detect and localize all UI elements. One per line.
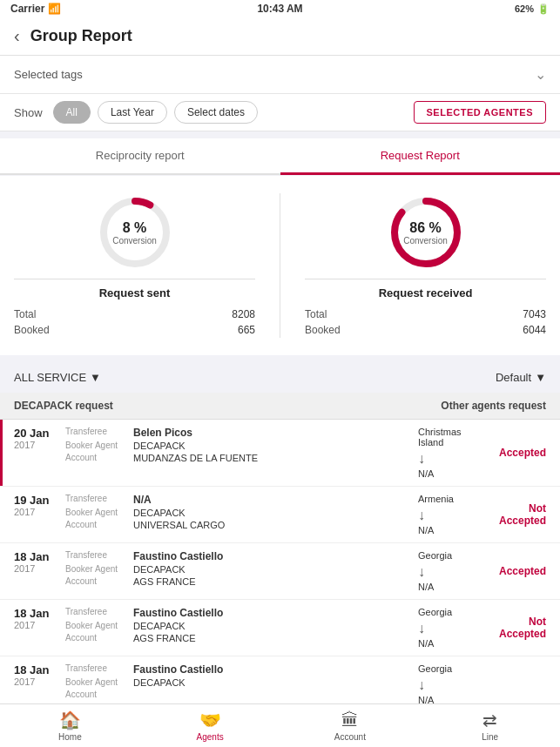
nav-line[interactable]: ⇄ Line: [420, 704, 560, 747]
account-value: AGS FRANCE: [133, 576, 196, 587]
service-chevron-icon: ▼: [90, 371, 101, 384]
page-title: Group Report: [30, 27, 132, 45]
transferee-label: Transferee: [65, 427, 128, 439]
transferee-value: Faustino Castiello: [133, 550, 223, 562]
left-chart-stats: Total 8208 Booked 665: [14, 306, 255, 338]
right-chart-block: 86 % Conversion Request received Total 7…: [305, 193, 546, 338]
default-filter[interactable]: Default ▼: [496, 371, 546, 384]
right-total-label: Total: [305, 308, 327, 320]
destination-name: Georgia: [418, 607, 452, 617]
selected-tags-row[interactable]: Selected tags ⌄: [0, 56, 560, 94]
account-icon: 🏛: [341, 710, 359, 730]
default-chevron-icon: ▼: [535, 371, 546, 384]
left-total-value: 8208: [232, 308, 255, 320]
date-column: 20 Jan 2017: [14, 427, 62, 479]
na-label: N/A: [418, 582, 434, 592]
line-icon: ⇄: [482, 710, 497, 730]
status-badge: NotAccepted: [499, 502, 546, 527]
account-label: Account: [65, 520, 128, 530]
nav-account[interactable]: 🏛 Account: [280, 704, 421, 747]
table-header: DECAPACK request Other agents request: [0, 393, 560, 420]
show-label: Show: [14, 106, 43, 119]
destination-column: Armenia ↓ N/A: [411, 494, 481, 535]
filter-last-year-button[interactable]: Last Year: [98, 101, 167, 124]
status-column: NotAccepted: [481, 494, 546, 535]
back-button[interactable]: ‹: [14, 26, 20, 46]
left-chart-title: Request sent: [14, 279, 255, 299]
bottom-nav: 🏠 Home 🤝 Agents 🏛 Account ⇄ Line: [0, 703, 560, 747]
filter-all-button[interactable]: All: [53, 101, 91, 124]
destination-column: Georgia ↓ N/A: [411, 663, 481, 705]
left-chart-pct: 8 %: [112, 220, 157, 236]
date-day: 19 Jan: [14, 494, 62, 507]
table-row[interactable]: 19 Jan 2017 Transferee N/A Booker Agent …: [0, 487, 560, 543]
right-booked-value: 6044: [523, 324, 546, 336]
table-row[interactable]: 18 Jan 2017 Transferee Faustino Castiell…: [0, 543, 560, 600]
selected-tags-label: Selected tags: [14, 68, 83, 81]
booker-value: DECAPACK: [133, 508, 186, 518]
details-column: Transferee Belen Picos Booker Agent DECA…: [62, 427, 411, 479]
left-donut-chart: 8 % Conversion: [96, 193, 174, 272]
nav-home-label: Home: [58, 732, 82, 742]
table-row[interactable]: 18 Jan 2017 Transferee Faustino Castiell…: [0, 600, 560, 656]
details-column: Transferee Faustino Castiello Booker Age…: [62, 663, 411, 705]
transferee-value: N/A: [133, 494, 152, 506]
carrier-label: Carrier: [10, 3, 44, 15]
battery-label: 62%: [515, 3, 534, 14]
selected-agents-button[interactable]: SELECTED AGENTES: [414, 101, 547, 124]
right-chart-label: Conversion: [403, 236, 448, 246]
booker-value: DECAPACK: [133, 441, 186, 451]
time-display: 10:43 AM: [257, 3, 302, 15]
date-column: 18 Jan 2017: [14, 550, 62, 592]
details-column: Transferee Faustino Castiello Booker Age…: [62, 607, 411, 649]
arrow-down-icon: ↓: [418, 564, 425, 580]
chevron-down-icon[interactable]: ⌄: [535, 66, 546, 83]
page-header: ‹ Group Report: [0, 17, 560, 56]
destination-name: Christmas Island: [418, 427, 481, 448]
booker-label: Booker Agent: [65, 564, 128, 575]
nav-home[interactable]: 🏠 Home: [0, 704, 140, 747]
arrow-down-icon: ↓: [418, 451, 425, 467]
date-year: 2017: [14, 676, 62, 687]
date-year: 2017: [14, 507, 62, 517]
booker-label: Booker Agent: [65, 508, 128, 518]
status-bar: Carrier 📶 10:43 AM 62% 🔋: [0, 0, 560, 17]
date-year: 2017: [14, 620, 62, 630]
date-year: 2017: [14, 563, 62, 574]
na-label: N/A: [418, 525, 434, 535]
booker-value: DECAPACK: [133, 564, 186, 575]
account-value: UNIVERSAL CARGO: [133, 520, 225, 530]
transferee-value: Faustino Castiello: [133, 663, 223, 676]
section-divider: [0, 355, 560, 362]
destination-column: Georgia ↓ N/A: [411, 550, 481, 592]
report-tabs: Reciprocity report Request Report: [0, 138, 560, 175]
status-column: Accepted: [481, 427, 546, 479]
table-row[interactable]: 20 Jan 2017 Transferee Belen Picos Booke…: [0, 420, 560, 487]
filter-select-dates-button[interactable]: Select dates: [174, 101, 258, 124]
tab-reciprocity[interactable]: Reciprocity report: [0, 138, 280, 175]
date-year: 2017: [14, 440, 62, 450]
destination-column: Georgia ↓ N/A: [411, 607, 481, 649]
transferee-label: Transferee: [65, 494, 128, 506]
battery-icon: 🔋: [537, 3, 550, 15]
transferee-label: Transferee: [65, 663, 128, 676]
booker-label: Booker Agent: [65, 677, 128, 688]
nav-line-label: Line: [482, 732, 498, 742]
status-badge: Accepted: [499, 447, 546, 459]
right-chart-stats: Total 7043 Booked 6044: [305, 306, 546, 338]
nav-agents[interactable]: 🤝 Agents: [140, 704, 280, 747]
status-badge: Accepted: [499, 565, 546, 577]
transferee-value: Faustino Castiello: [133, 607, 223, 619]
account-value: MUDANZAS DE LA FUENTE: [133, 453, 258, 463]
tab-request[interactable]: Request Report: [280, 138, 561, 175]
left-booked-label: Booked: [14, 324, 50, 336]
right-chart-pct: 86 %: [403, 220, 448, 236]
status-column: NotAccepted: [481, 607, 546, 649]
date-column: 18 Jan 2017: [14, 607, 62, 649]
date-day: 18 Jan: [14, 607, 62, 620]
transferee-label: Transferee: [65, 550, 128, 562]
right-total-value: 7043: [523, 308, 546, 320]
arrow-down-icon: ↓: [418, 677, 425, 693]
th-decapack: DECAPACK request: [14, 400, 280, 412]
service-filter[interactable]: ALL SERVICE ▼: [14, 371, 101, 384]
